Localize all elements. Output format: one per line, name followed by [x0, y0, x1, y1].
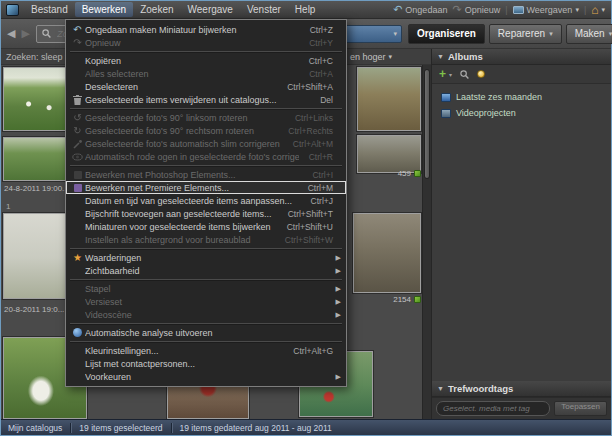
forward-button[interactable]: ▶	[21, 27, 29, 40]
scrollbar-thumb[interactable]	[424, 69, 430, 179]
photo-thumbnail[interactable]	[357, 67, 421, 131]
keyword-tags-panel-header[interactable]: ▼ Trefwoordtags	[432, 381, 611, 397]
edit-menu-item: Alles selecterenCtrl+A	[66, 67, 346, 80]
edit-menu-item[interactable]: Geselecteerde items verwijderen uit cata…	[66, 93, 346, 106]
tab-organiseren[interactable]: Organiseren	[408, 24, 485, 44]
add-album-button[interactable]: +	[439, 68, 446, 80]
menubar-item-zoeken[interactable]: Zoeken	[133, 2, 180, 17]
menu-item-label: Geselecteerde foto's 90° rechtsom rotere…	[85, 126, 278, 136]
menu-item-label: Geselecteerde foto's automatisch slim co…	[85, 139, 283, 149]
edit-menu-item: Bewerken met Photoshop Elements...Ctrl+I	[66, 168, 346, 181]
edit-menu-item[interactable]: Datum en tijd van geselecteerde items aa…	[66, 194, 346, 207]
menu-item-shortcut: Ctrl+Alt+M	[293, 139, 333, 149]
edit-menu-item: Versieset▶	[66, 295, 346, 308]
stack-count-label: 1	[6, 202, 10, 211]
submenu-arrow-icon: ▶	[333, 285, 341, 293]
submenu-arrow-icon: ▶	[333, 254, 341, 262]
menubar-item-help[interactable]: Help	[288, 2, 323, 17]
tab-repareren[interactable]: Repareren ▾	[489, 24, 562, 44]
menu-separator	[70, 248, 342, 249]
wand-icon	[70, 139, 85, 149]
photo-date-caption: 20-8-2011 19:0...	[4, 305, 64, 314]
edit-menu-item[interactable]: Voorkeuren▶	[66, 370, 346, 383]
edit-menu-item[interactable]: KopiërenCtrl+C	[66, 54, 346, 67]
rotate-right-icon: ↻	[70, 126, 85, 136]
menubar-item-weergave[interactable]: Weergave	[181, 2, 240, 17]
menu-item-label: Bijschrift toevoegen aan geselecteerde i…	[85, 209, 278, 219]
apply-tag-button[interactable]: Toepassen	[554, 401, 607, 416]
photo-count-badge: 459	[345, 169, 421, 178]
albums-tree: Laatste zes maanden Videoprojecten	[432, 84, 611, 381]
menu-item-label: Miniaturen voor geselecteerde items bijw…	[85, 222, 277, 232]
back-button[interactable]: ◀	[7, 27, 15, 40]
edit-menu-item[interactable]: Miniaturen voor geselecteerde items bijw…	[66, 220, 346, 233]
album-item-laatste-zes-maanden[interactable]: Laatste zes maanden	[432, 89, 611, 105]
edit-menu-item[interactable]: DeselecterenCtrl+Shift+A	[66, 80, 346, 93]
home-button[interactable]: ⌂ ▾	[591, 4, 605, 16]
edit-menu-item[interactable]: Automatische analyse uitvoeren	[66, 326, 346, 339]
edit-menu-item[interactable]: Lijst met contactpersonen...	[66, 357, 346, 370]
album-label: Laatste zes maanden	[456, 92, 542, 102]
edit-menu-item: ↻Geselecteerde foto's 90° rechtsom roter…	[66, 124, 346, 137]
tag-selection-row: Toepassen	[432, 397, 611, 419]
redo-icon: ↷	[70, 38, 85, 48]
home-icon: ⌂	[591, 4, 598, 16]
menu-item-shortcut: Ctrl+Shift+W	[285, 235, 333, 245]
submenu-arrow-icon: ▶	[333, 267, 341, 275]
scrollbar-track[interactable]	[422, 65, 431, 419]
right-panel: ▼ Albums + ▾ Laatste zes maanden Videopr…	[431, 49, 611, 419]
display-dropdown-button[interactable]: Weergaven ▾	[513, 5, 579, 15]
photo-thumbnail[interactable]	[357, 135, 421, 173]
rating-filter-dropdown[interactable]: en hoger ▾	[350, 52, 392, 62]
application-window: Bestand Bewerken Zoeken Weergave Venster…	[0, 0, 612, 436]
tag-filter-input[interactable]	[436, 401, 550, 416]
menu-item-label: Instellen als achtergrond voor bureaubla…	[85, 235, 275, 245]
analysis-icon	[70, 328, 85, 337]
display-label: Weergaven	[527, 5, 573, 15]
undo-button[interactable]: ↶ Ongedaan	[393, 4, 447, 15]
search-albums-icon[interactable]	[460, 70, 469, 79]
date-range-label: 19 items gedateerd aug 2011 - aug 2011	[180, 423, 332, 433]
menu-item-label: Stapel	[85, 284, 323, 294]
rotate-left-icon: ↺	[70, 113, 85, 123]
rating-filter-label: en hoger	[350, 52, 386, 62]
status-bar: Mijn catalogus 19 items geselecteerd 19 …	[1, 419, 611, 435]
edit-menu-item[interactable]: Bijschrift toevoegen aan geselecteerde i…	[66, 207, 346, 220]
menubar-item-venster[interactable]: Venster	[240, 2, 288, 17]
photo-count: 459	[398, 169, 411, 178]
menubar-item-bestand[interactable]: Bestand	[24, 2, 75, 17]
menu-item-shortcut: Ctrl+Shift+U	[287, 222, 333, 232]
photo-thumbnail[interactable]	[353, 213, 421, 293]
menu-item-label: Bewerken met Premiere Elements...	[85, 183, 298, 193]
chevron-down-icon: ▾	[393, 30, 397, 38]
menu-item-shortcut: Ctrl+R	[309, 152, 333, 162]
redo-label: Opnieuw	[465, 5, 501, 15]
menubar-right-group: ↶ Ongedaan ↷ Opnieuw | Weergaven ▾ | ⌂ ▾	[393, 4, 611, 16]
menu-item-label: Videoscène	[85, 310, 323, 320]
submenu-arrow-icon: ▶	[333, 373, 341, 381]
menu-item-shortcut: Ctrl+Shift+A	[287, 82, 333, 92]
albums-panel-header[interactable]: ▼ Albums	[432, 49, 611, 65]
smart-album-bulb-icon[interactable]	[477, 70, 485, 78]
redo-button[interactable]: ↷ Opnieuw	[452, 4, 500, 15]
monitor-icon	[513, 6, 524, 14]
albums-toolbar: + ▾	[432, 65, 611, 84]
edit-menu-item[interactable]: Kleurinstellingen...Ctrl+Alt+G	[66, 344, 346, 357]
edit-menu-item[interactable]: Bewerken met Premiere Elements...Ctrl+M	[66, 181, 346, 194]
edit-menu-item[interactable]: Zichtbaarheid▶	[66, 264, 346, 277]
menu-item-shortcut: Ctrl+I	[312, 170, 333, 180]
edit-menu-item[interactable]: ↶Ongedaan maken Miniatuur bijwerkenCtrl+…	[66, 23, 346, 36]
video-album-icon	[441, 109, 451, 118]
edit-menu-item[interactable]: ★Waarderingen▶	[66, 251, 346, 264]
menu-item-label: Kopiëren	[85, 56, 299, 66]
menu-separator	[70, 323, 342, 324]
keyword-tag-icon	[414, 296, 421, 303]
pre-icon	[70, 184, 85, 192]
menu-item-shortcut: Ctrl+Alt+G	[293, 346, 333, 356]
tab-maken[interactable]: Maken ▾	[566, 24, 612, 44]
edit-menu-item: Automatisch rode ogen in geselecteerde f…	[66, 150, 346, 163]
menubar-item-bewerken[interactable]: Bewerken	[75, 2, 133, 17]
tab-label: Organiseren	[417, 28, 476, 39]
album-item-videoprojecten[interactable]: Videoprojecten	[432, 105, 611, 121]
menu-item-label: Automatisch rode ogen in geselecteerde f…	[85, 152, 299, 162]
